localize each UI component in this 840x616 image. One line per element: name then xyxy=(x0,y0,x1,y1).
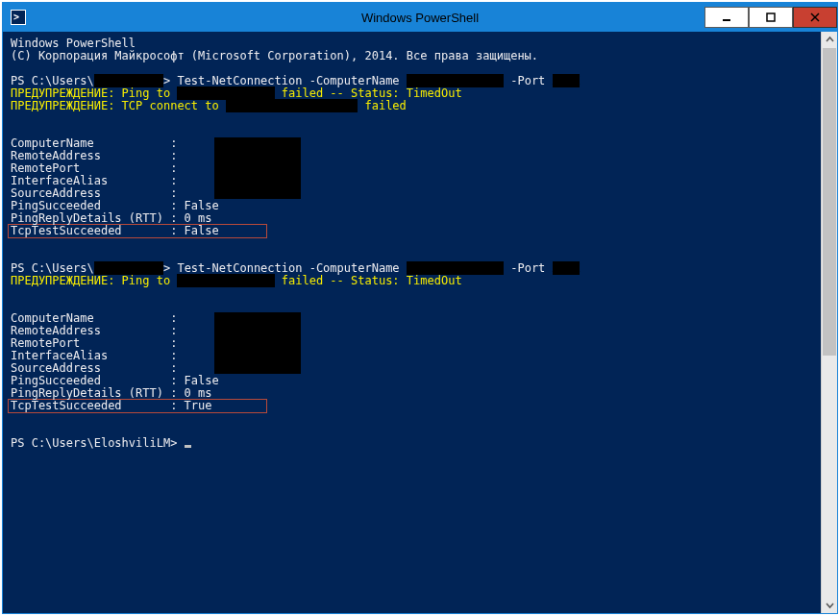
prompt1: PS C:\Users\XXXXXXXXXX> Test-NetConnecti… xyxy=(11,74,580,87)
header-line1: Windows PowerShell xyxy=(11,37,136,50)
maximize-button[interactable] xyxy=(749,7,793,28)
scroll-down-button[interactable] xyxy=(822,597,837,613)
cursor xyxy=(185,445,191,448)
titlebar[interactable]: Windows PowerShell xyxy=(3,3,837,32)
close-icon xyxy=(810,12,820,22)
console-output[interactable]: Windows PowerShell (C) Корпорация Майкро… xyxy=(3,32,821,613)
scroll-up-button[interactable] xyxy=(822,32,837,48)
close-button[interactable] xyxy=(793,7,837,28)
client-area: Windows PowerShell (C) Корпорация Майкро… xyxy=(3,32,837,613)
maximize-icon xyxy=(766,12,776,22)
scroll-track[interactable] xyxy=(822,48,837,597)
minimize-icon xyxy=(722,12,731,22)
warning2-line1: ПРЕДУПРЕЖДЕНИЕ: Ping to XXXXXXXXXXXXXX f… xyxy=(11,274,462,287)
redacted-values-2 xyxy=(214,312,301,374)
result-block-2: ComputerName : RemoteAddress : RemotePor… xyxy=(11,312,219,412)
powershell-icon xyxy=(11,10,26,25)
svg-rect-0 xyxy=(723,19,730,21)
svg-rect-1 xyxy=(767,13,775,21)
redacted-values-1 xyxy=(214,137,301,199)
chevron-up-icon xyxy=(826,36,834,44)
warning1-line1: ПРЕДУПРЕЖДЕНИЕ: Ping to XXXXXXXXXXXXXX f… xyxy=(11,86,462,100)
prompt2: PS C:\Users\XXXXXXXXXX> Test-NetConnecti… xyxy=(11,261,580,275)
powershell-window: Windows PowerShell Windows PowerShell (C… xyxy=(2,2,838,614)
chevron-down-icon xyxy=(826,601,834,609)
vertical-scrollbar[interactable] xyxy=(821,32,837,613)
window-buttons xyxy=(704,7,837,28)
warning1-line2: ПРЕДУПРЕЖДЕНИЕ: TCP connect to XXXXXXXXX… xyxy=(11,99,407,112)
final-prompt: PS C:\Users\EloshviliLM> xyxy=(11,436,185,450)
scroll-thumb[interactable] xyxy=(823,48,836,356)
minimize-button[interactable] xyxy=(704,7,749,28)
header-line2: (C) Корпорация Майкрософт (Microsoft Cor… xyxy=(11,49,538,62)
result-block-1: ComputerName : RemoteAddress : RemotePor… xyxy=(11,137,219,237)
